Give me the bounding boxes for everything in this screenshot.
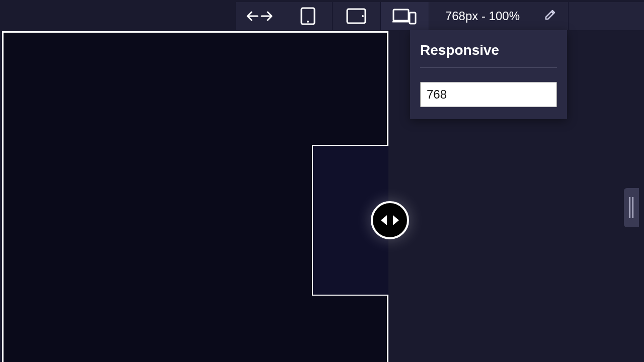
resize-horizontal-icon xyxy=(379,213,401,228)
toolbar-group: 768px - 100% xyxy=(236,2,644,30)
svg-rect-6 xyxy=(393,10,409,21)
svg-point-3 xyxy=(307,21,309,23)
toolbar-tail xyxy=(569,2,644,30)
tablet-portrait-icon xyxy=(300,7,315,25)
nav-history-button[interactable] xyxy=(236,2,284,30)
edit-size-button[interactable] xyxy=(544,8,557,24)
svg-marker-10 xyxy=(381,215,387,225)
toolbar: 768px - 100% xyxy=(0,2,644,30)
responsive-popover: Responsive xyxy=(410,30,567,119)
app-root: 768px - 100% xyxy=(0,0,644,362)
svg-rect-8 xyxy=(410,13,416,24)
pencil-icon xyxy=(544,8,557,24)
svg-point-5 xyxy=(362,15,364,17)
device-phone-button[interactable] xyxy=(284,2,333,30)
back-forward-arrows-icon xyxy=(246,9,274,23)
side-panel-toggle[interactable] xyxy=(624,188,639,227)
popover-divider xyxy=(420,67,557,68)
device-responsive-button[interactable] xyxy=(381,2,429,30)
drag-handle-icon xyxy=(629,197,633,218)
svg-marker-11 xyxy=(393,215,399,225)
device-tablet-button[interactable] xyxy=(333,2,381,30)
viewport-size-label: 768px - 100% xyxy=(445,9,520,23)
width-input[interactable] xyxy=(420,82,557,107)
viewport-size-readout: 768px - 100% xyxy=(429,2,569,30)
responsive-devices-icon xyxy=(392,8,417,25)
popover-title: Responsive xyxy=(420,38,557,67)
toolbar-spacer xyxy=(0,2,236,30)
resize-handle[interactable] xyxy=(371,201,409,239)
tablet-landscape-icon xyxy=(346,8,366,24)
